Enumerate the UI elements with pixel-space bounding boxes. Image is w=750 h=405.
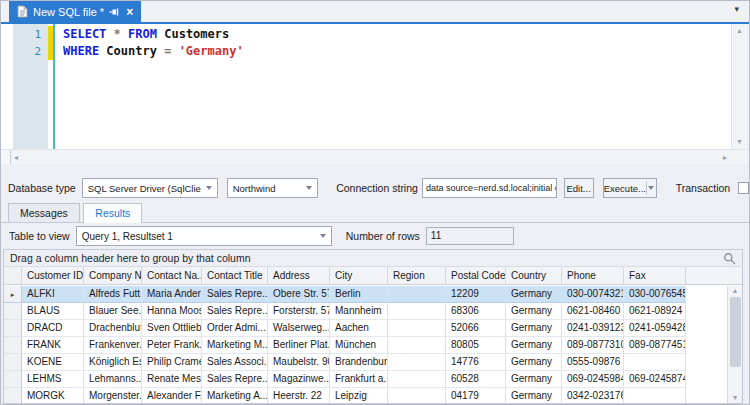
column-header-city[interactable]: City bbox=[330, 267, 388, 285]
cell[interactable]: KOENE bbox=[22, 354, 84, 371]
cell[interactable]: Peter Frank... bbox=[142, 337, 202, 354]
table-row[interactable]: LEHMSLehmanns...Renate Mes...Sales Repre… bbox=[4, 371, 727, 388]
scroll-right-icon[interactable]: ▸ bbox=[720, 153, 730, 162]
table-row[interactable]: FRANKFrankenver...Peter Frank...Marketin… bbox=[4, 337, 727, 354]
cell[interactable]: Germany bbox=[506, 320, 562, 337]
cell[interactable]: FRANK bbox=[22, 337, 84, 354]
transaction-checkbox[interactable] bbox=[738, 182, 749, 194]
cell[interactable]: Sales Repre... bbox=[202, 286, 268, 303]
selected-row-indicator[interactable]: ▸ bbox=[4, 286, 22, 303]
close-tab-icon[interactable]: × bbox=[126, 6, 133, 18]
cell[interactable]: Lehmanns... bbox=[84, 371, 142, 388]
cell[interactable]: Obere Str. 57 bbox=[268, 286, 330, 303]
execute-dropdown-icon[interactable] bbox=[647, 186, 656, 190]
row-indicator[interactable] bbox=[4, 320, 22, 337]
cell[interactable]: 069-0245984 bbox=[562, 371, 624, 388]
code-line[interactable]: SELECT * FROM Customers bbox=[63, 26, 725, 43]
scroll-down-icon[interactable]: ▾ bbox=[733, 393, 737, 403]
row-indicator[interactable] bbox=[4, 337, 22, 354]
cell[interactable]: Magazinwe... bbox=[268, 371, 330, 388]
cell[interactable]: BLAUS bbox=[22, 303, 84, 320]
cell[interactable]: Königlich Es... bbox=[84, 354, 142, 371]
cell[interactable]: Leipzig bbox=[330, 388, 388, 403]
tab-new-sql-file[interactable]: New SQL file * × bbox=[9, 1, 141, 22]
cell[interactable]: Germany bbox=[506, 303, 562, 320]
cell[interactable]: Order Admi... bbox=[202, 320, 268, 337]
editor-horizontal-scrollbar[interactable]: ◂ ▸ bbox=[1, 149, 747, 164]
group-by-band[interactable]: Drag a column header here to group by th… bbox=[4, 250, 742, 267]
scroll-up-icon[interactable]: ▴ bbox=[733, 286, 737, 296]
database-driver-combo[interactable]: SQL Server Driver (SqlClient) bbox=[82, 178, 218, 198]
cell[interactable] bbox=[388, 354, 446, 371]
cell[interactable]: Forsterstr. 57 bbox=[268, 303, 330, 320]
cell[interactable]: Germany bbox=[506, 286, 562, 303]
cell[interactable]: Marketing M... bbox=[202, 337, 268, 354]
cell[interactable]: 0241-039123 bbox=[562, 320, 624, 337]
scroll-down-icon[interactable]: ▾ bbox=[737, 137, 741, 147]
cell[interactable]: 0555-09876 bbox=[562, 354, 624, 371]
grid-vertical-scrollbar[interactable]: ▴ ▾ bbox=[727, 286, 742, 403]
sql-editor[interactable]: 12 SELECT * FROM CustomersWHERE Country … bbox=[1, 24, 747, 164]
editor-vertical-scrollbar[interactable]: ▴ ▾ bbox=[731, 24, 747, 149]
cell[interactable]: Alfreds Futt... bbox=[84, 286, 142, 303]
cell[interactable]: LEHMS bbox=[22, 371, 84, 388]
cell[interactable]: Philip Cramer bbox=[142, 354, 202, 371]
table-row[interactable]: ▸ALFKIAlfreds Futt...Maria AndersSales R… bbox=[4, 286, 727, 303]
row-indicator[interactable] bbox=[4, 354, 22, 371]
column-header-postal-code[interactable]: Postal Code bbox=[446, 267, 506, 285]
cell[interactable]: Germany bbox=[506, 388, 562, 403]
cell[interactable]: Sales Associ... bbox=[202, 354, 268, 371]
cell[interactable]: Aachen bbox=[330, 320, 388, 337]
cell[interactable]: München bbox=[330, 337, 388, 354]
code-line[interactable]: WHERE Country = 'Germany' bbox=[63, 43, 725, 60]
cell[interactable]: Renate Mes... bbox=[142, 371, 202, 388]
cell[interactable]: Maria Anders bbox=[142, 286, 202, 303]
cell[interactable]: MORGK bbox=[22, 388, 84, 403]
row-indicator[interactable] bbox=[4, 388, 22, 403]
column-header-phone[interactable]: Phone bbox=[562, 267, 624, 285]
cell[interactable] bbox=[624, 354, 686, 371]
cell[interactable]: 68306 bbox=[446, 303, 506, 320]
cell[interactable]: Brandenburg bbox=[330, 354, 388, 371]
search-icon[interactable] bbox=[723, 252, 736, 269]
scroll-up-icon[interactable]: ▴ bbox=[737, 26, 741, 36]
cell[interactable] bbox=[388, 320, 446, 337]
table-row[interactable]: KOENEKöniglich Es...Philip CramerSales A… bbox=[4, 354, 727, 371]
cell[interactable]: ALFKI bbox=[22, 286, 84, 303]
cell[interactable]: 030-0076545 bbox=[624, 286, 686, 303]
resultset-combo[interactable]: Query 1, Resultset 1 bbox=[76, 226, 332, 246]
cell[interactable]: Germany bbox=[506, 371, 562, 388]
cell[interactable]: Blauer See... bbox=[84, 303, 142, 320]
edit-connection-button[interactable]: Edit... bbox=[564, 178, 594, 198]
cell[interactable]: 14776 bbox=[446, 354, 506, 371]
database-name-combo[interactable]: Northwind bbox=[227, 178, 318, 198]
tab-results[interactable]: Results bbox=[83, 203, 142, 223]
cell[interactable]: Berlin bbox=[330, 286, 388, 303]
column-header-contact-title[interactable]: Contact Title bbox=[202, 267, 268, 285]
cell[interactable]: 52066 bbox=[446, 320, 506, 337]
cell[interactable]: 030-0074321 bbox=[562, 286, 624, 303]
cell[interactable]: 089-0877310 bbox=[562, 337, 624, 354]
cell[interactable] bbox=[388, 303, 446, 320]
cell[interactable] bbox=[624, 388, 686, 403]
table-row[interactable]: DRACDDrachenblut...Sven OttliebOrder Adm… bbox=[4, 320, 727, 337]
cell[interactable]: Alexander F... bbox=[142, 388, 202, 403]
row-indicator[interactable] bbox=[4, 303, 22, 320]
cell[interactable]: DRACD bbox=[22, 320, 84, 337]
column-header-fax[interactable]: Fax bbox=[624, 267, 686, 285]
code-area[interactable]: SELECT * FROM CustomersWHERE Country = '… bbox=[63, 26, 725, 147]
table-row[interactable]: BLAUSBlauer See...Hanna MoosSales Repre.… bbox=[4, 303, 727, 320]
column-header-contact-na[interactable]: Contact Na... bbox=[142, 267, 202, 285]
cell[interactable]: 0342-023176 bbox=[562, 388, 624, 403]
execute-button[interactable]: Execute... bbox=[603, 178, 657, 198]
scroll-thumb[interactable] bbox=[730, 297, 741, 367]
cell[interactable]: Sven Ottlieb bbox=[142, 320, 202, 337]
cell[interactable]: Hanna Moos bbox=[142, 303, 202, 320]
cell[interactable]: Marketing A... bbox=[202, 388, 268, 403]
tab-messages[interactable]: Messages bbox=[8, 203, 80, 222]
cell[interactable]: Sales Repre... bbox=[202, 371, 268, 388]
cell[interactable] bbox=[388, 371, 446, 388]
cell[interactable]: 60528 bbox=[446, 371, 506, 388]
cell[interactable]: 12209 bbox=[446, 286, 506, 303]
column-header-customer-id[interactable]: Customer ID bbox=[22, 267, 84, 285]
